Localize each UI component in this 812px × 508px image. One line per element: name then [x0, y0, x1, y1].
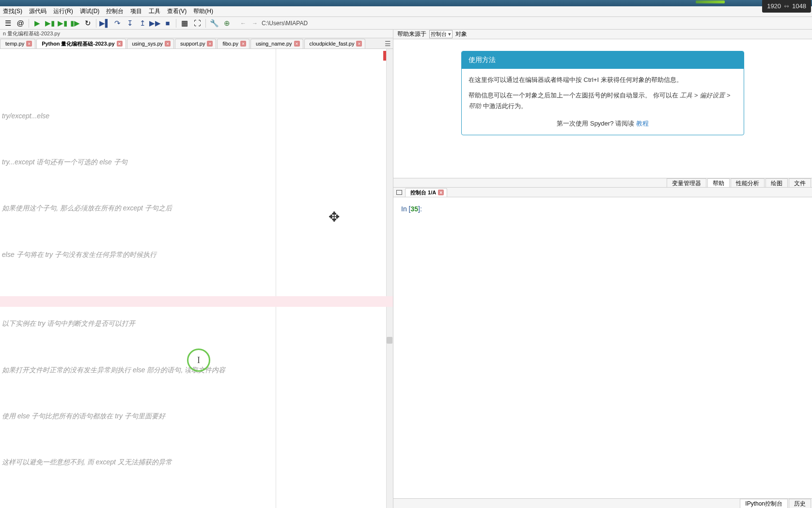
editor-panel: n 量化编程基础-2023.py temp.py Python 量化编程基础-2… [0, 30, 393, 508]
menu-find[interactable]: 查找(S) [3, 7, 22, 16]
run-selection-icon[interactable]: ▮▶ [69, 18, 81, 29]
comment: 这样可以避免一些意想不到, 而 except 又无法捕获的异常 [2, 457, 391, 468]
comment: 使用 else 子句比把所有的语句都放在 try 子句里面要好 [2, 411, 391, 422]
file-title: n 量化编程基础-2023.py [3, 30, 60, 37]
tab-menu-icon[interactable]: ☰ [385, 40, 391, 48]
close-icon[interactable] [207, 41, 213, 47]
console-tab-label: 控制台 1/A [410, 189, 436, 196]
close-icon[interactable] [26, 41, 32, 47]
pane-tab-ipython[interactable]: IPython控制台 [740, 499, 788, 508]
menu-project[interactable]: 项目 [130, 7, 142, 16]
width-value: 1920 [767, 2, 781, 10]
path-bar: ← → C:\Users\MIAPAD [238, 20, 308, 27]
pane-tab-file[interactable]: 文件 [789, 178, 811, 187]
fullscreen-icon[interactable]: ⛶ [191, 18, 203, 29]
step-icon[interactable]: ↷ [111, 18, 123, 29]
current-path: C:\Users\MIAPAD [262, 20, 308, 27]
link-icon [784, 2, 789, 10]
back-icon[interactable]: ← [238, 20, 248, 27]
comment: 以下实例在 try 语句中判断文件是否可以打开 [2, 318, 391, 330]
tab-label: support.py [180, 41, 205, 47]
tab-temp[interactable]: temp.py [0, 39, 35, 48]
help-card: 使用方法 在这里你可以通过在编辑器或者终端中按 Ctrl+I 来获得任何对象的帮… [461, 51, 744, 135]
tab-fibo[interactable]: fibo.py [217, 39, 249, 48]
grid-icon[interactable]: ▦ [179, 18, 190, 29]
height-value: 1048 [792, 2, 806, 10]
help-card-body: 在这里你可以通过在编辑器或者终端中按 Ctrl+I 来获得任何对象的帮助信息。 … [462, 69, 744, 135]
pane-tab-profile[interactable]: 性能分析 [731, 178, 765, 187]
resolution-badge: 1920 1048 [762, 0, 811, 13]
close-icon[interactable] [117, 41, 123, 47]
close-icon[interactable] [294, 41, 300, 47]
run-icon[interactable]: ▶ [31, 18, 43, 29]
console-tab-bar: 控制台 1/A [393, 188, 812, 197]
menu-bar: 查找(S) 源代码 运行(R) 调试(D) 控制台 项目 工具 查看(V) 帮助… [0, 6, 812, 17]
python-icon[interactable]: ⊕ [221, 18, 233, 29]
maximize-icon[interactable] [396, 190, 402, 195]
separator [205, 19, 206, 28]
tab-label: fibo.py [222, 41, 238, 47]
close-icon[interactable] [165, 41, 171, 47]
close-icon[interactable] [356, 41, 362, 47]
in-number: 35 [410, 205, 418, 213]
right-panel: 帮助来源于 控制台 对象 使用方法 在这里你可以通过在编辑器或者终端中按 Ctr… [393, 30, 812, 508]
pane-tab-plot[interactable]: 绘图 [765, 178, 788, 187]
tab-label: cloudpickle_fast.py [310, 41, 355, 47]
pane-tab-variable[interactable]: 变量管理器 [667, 178, 706, 187]
console-tab[interactable]: 控制台 1/A [405, 188, 447, 197]
menu-source[interactable]: 源代码 [29, 7, 47, 16]
debug-icon[interactable]: ▶▌ [99, 18, 110, 29]
pane-tab-history[interactable]: 历史 [789, 499, 811, 508]
toolbar: ☰ @ ▶ ▶▮ ▶▮ ▮▶ ↻ ▶▌ ↷ ↧ ↥ ▶▶ ■ ▦ ⛶ 🔧 ⊕ ←… [0, 17, 812, 30]
tutorial-link[interactable]: 教程 [636, 120, 649, 127]
continue-icon[interactable]: ▶▶ [149, 18, 161, 29]
tab-label: temp.py [5, 41, 24, 47]
indent-icon[interactable]: ☰ [2, 18, 14, 29]
rerun-icon[interactable]: ↻ [82, 18, 94, 29]
help-body: 使用方法 在这里你可以通过在编辑器或者终端中按 Ctrl+I 来获得任何对象的帮… [393, 39, 812, 178]
help-footer: 第一次使用 Spyder? 请阅读 教程 [468, 118, 737, 129]
run-cell-icon[interactable]: ▶▮ [44, 18, 56, 29]
tab-support[interactable]: support.py [175, 39, 216, 48]
console[interactable]: In [35]: [393, 197, 812, 498]
menu-debug[interactable]: 调试(D) [80, 7, 100, 16]
menu-run[interactable]: 运行(R) [53, 7, 73, 16]
help-pane-tabs: 变量管理器 帮助 性能分析 绘图 文件 [393, 178, 812, 188]
close-icon[interactable] [240, 41, 246, 47]
menu-help[interactable]: 帮助(H) [193, 7, 213, 16]
console-pane-tabs: IPython控制台 历史 [393, 498, 812, 508]
at-icon[interactable]: @ [15, 18, 26, 29]
title-bar: 1920 1048 [0, 0, 812, 6]
in-prompt: In [ [401, 205, 410, 213]
help-text: 在这里你可以通过在编辑器或者终端中按 Ctrl+I 来获得任何对象的帮助信息。 [468, 75, 737, 85]
menu-console[interactable]: 控制台 [106, 7, 124, 16]
stop-icon[interactable]: ■ [162, 18, 173, 29]
comment: try/except...else [2, 111, 391, 122]
help-source-select[interactable]: 控制台 [429, 30, 453, 38]
move-cursor-icon: ✥ [328, 209, 340, 225]
pane-tab-help[interactable]: 帮助 [707, 178, 730, 187]
forward-icon[interactable]: → [250, 20, 260, 27]
run-cell-advance-icon[interactable]: ▶▮ [57, 18, 68, 29]
menu-view[interactable]: 查看(V) [167, 7, 187, 16]
code-content[interactable]: try/except...else try...except 语句还有一个可选的… [0, 49, 393, 508]
tab-cloudpickle[interactable]: cloudpickle_fast.py [304, 39, 366, 48]
tab-using-name[interactable]: using_name.py [250, 39, 303, 48]
tab-main[interactable]: Python 量化编程基础-2023.py [36, 39, 125, 48]
tab-label: Python 量化编程基础-2023.py [42, 40, 114, 48]
wrench-icon[interactable]: 🔧 [208, 18, 220, 29]
tab-using-sys[interactable]: using_sys.py [127, 39, 174, 48]
help-header: 帮助来源于 控制台 对象 [393, 30, 812, 39]
in-suffix: ]: [418, 205, 422, 213]
tab-label: using_sys.py [132, 41, 163, 47]
step-out-icon[interactable]: ↥ [137, 18, 148, 29]
close-icon[interactable] [438, 190, 444, 195]
step-in-icon[interactable]: ↧ [124, 18, 136, 29]
menu-tools[interactable]: 工具 [149, 7, 160, 16]
comment: else 子句将在 try 子句没有发生任何异常的时候执行 [2, 249, 391, 261]
separator [29, 19, 29, 28]
cursor-highlight [187, 349, 210, 372]
help-card-title: 使用方法 [462, 51, 744, 69]
code-editor[interactable]: ✥ try/except...else try...except 语句还有一个可… [0, 49, 393, 508]
title-indicator [696, 0, 725, 3]
